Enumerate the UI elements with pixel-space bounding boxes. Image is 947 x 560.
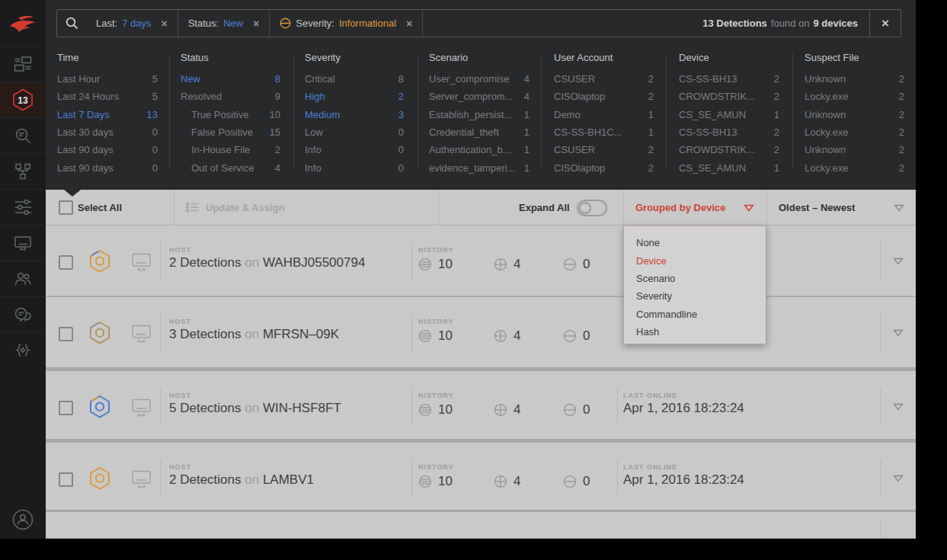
facet-item[interactable]: In-House File2 (181, 141, 280, 158)
sort-dropdown[interactable]: Oldest – Newest (779, 202, 855, 213)
expand-row-chevron-icon[interactable] (893, 475, 904, 482)
facet-item[interactable]: CS-SS-BH132 (679, 123, 779, 141)
facet-item[interactable]: Out of Service4 (181, 158, 280, 176)
facet-item[interactable]: Resolved9 (181, 88, 280, 105)
select-all-checkbox[interactable] (59, 200, 73, 215)
detection-group-row[interactable]: HOST 2 Detections on LAMBV1 HISTORY 10 4… (46, 443, 916, 510)
added-stat: 4 (494, 474, 520, 489)
toolbar-divider (766, 190, 767, 225)
update-assign-button[interactable]: Update & Assign (206, 202, 285, 213)
menu-item-hash[interactable]: Hash (624, 323, 766, 341)
removed-count: 0 (583, 474, 590, 489)
row-checkbox[interactable] (59, 472, 73, 487)
host-name: LAMBV1 (263, 472, 314, 487)
facet-item[interactable]: CS-SS-BH132 (679, 70, 779, 88)
facet-item-selected[interactable]: New8 (181, 70, 280, 88)
circle-list-icon (418, 403, 432, 417)
crowdstrike-logo[interactable] (0, 0, 46, 46)
host-monitor-icon (14, 235, 32, 251)
facet-item[interactable]: CS_SE_AMUN1 (679, 106, 779, 123)
menu-item-none[interactable]: None (624, 234, 766, 251)
sidebar-item-graph[interactable] (0, 153, 46, 189)
facet-item[interactable]: User_compromise4 (429, 70, 529, 88)
facet-item[interactable]: Last 90 days0 (57, 158, 158, 176)
facet-item[interactable]: CS_SE_AMUN1 (679, 158, 779, 176)
expand-row-chevron-icon[interactable] (893, 258, 904, 265)
facet-item[interactable]: Establish_persist...1 (429, 106, 529, 123)
row-checkbox[interactable] (59, 401, 73, 415)
facet-item-selected[interactable]: High2 (305, 88, 404, 105)
facet-item[interactable]: Demo1 (554, 106, 654, 123)
sidebar-item-dashboard[interactable] (0, 46, 46, 82)
facet-item[interactable]: True Positive10 (181, 106, 280, 123)
row-checkbox[interactable] (59, 255, 73, 270)
sidebar-item-detections[interactable]: 13 (0, 82, 46, 117)
remove-filter-icon[interactable]: × (162, 18, 168, 30)
detection-group-row[interactable]: HOST 2 Detections on WAHBJ05500794 HISTO… (46, 226, 916, 296)
detection-group-row[interactable]: HOST 3 Detections on MFRSN–09K HISTORY 1… (46, 297, 916, 367)
facet-item[interactable]: CS-SS-BH1C...1 (554, 123, 654, 141)
menu-item-severity[interactable]: Severity (624, 287, 766, 305)
filter-chip-time[interactable]: Last: 7 days × (86, 10, 178, 37)
detection-group-row-partial[interactable] (46, 512, 916, 538)
detection-count: 2 Detections (169, 255, 242, 270)
falcon-icon (8, 11, 37, 35)
menu-item-device-selected[interactable]: Device (624, 251, 766, 269)
row-checkbox[interactable] (59, 327, 73, 341)
facet-item[interactable]: Info0 (305, 158, 404, 176)
history-count: 10 (438, 328, 453, 344)
facet-item[interactable]: Last 24 Hours5 (57, 88, 158, 105)
facet-item[interactable]: evidence_tamperi...1 (429, 158, 529, 176)
facet-item[interactable]: Last Hour5 (57, 70, 158, 88)
filter-chip-severity[interactable]: Severity: Informational × (270, 10, 422, 37)
close-filter-button[interactable]: × (869, 10, 901, 37)
expand-row-chevron-icon[interactable] (893, 403, 904, 411)
facet-item[interactable]: CISOlaptop2 (554, 158, 654, 176)
toolbar-divider (623, 190, 624, 225)
facet-item[interactable]: Locky.exe2 (805, 123, 904, 141)
sidebar-item-hosts[interactable] (0, 225, 46, 261)
menu-item-commandline[interactable]: Commandline (624, 306, 766, 323)
remove-filter-icon[interactable]: × (253, 18, 259, 30)
facet-item[interactable]: Server_comprom...4 (429, 88, 529, 105)
facet-item[interactable]: Last 30 days0 (57, 123, 158, 141)
select-all-label: Select All (78, 202, 122, 213)
facet-item[interactable]: Unknown2 (805, 141, 904, 158)
facet-item[interactable]: Credential_theft1 (429, 123, 529, 141)
facet-item[interactable]: Low0 (305, 123, 404, 141)
filter-search-bar[interactable]: Last: 7 days × Status: New × Severity: I… (56, 9, 901, 37)
sidebar-item-users[interactable] (0, 261, 46, 296)
facet-item[interactable]: CROWDSTRIK...2 (679, 88, 779, 105)
facet-item[interactable]: CSUSER2 (554, 141, 654, 158)
expand-all-toggle[interactable] (577, 200, 607, 216)
sidebar-item-configuration[interactable] (0, 189, 46, 225)
facet-item[interactable]: CSUSER2 (554, 70, 654, 88)
menu-item-scenario[interactable]: Scenario (624, 270, 766, 287)
sidebar-item-api[interactable] (0, 332, 46, 368)
remove-filter-icon[interactable]: × (406, 18, 412, 30)
facet-item[interactable]: Last 90 days0 (57, 141, 158, 158)
facet-item[interactable]: Info0 (305, 141, 404, 158)
facet-item-label: Unknown (805, 144, 846, 155)
facet-item[interactable]: Critical8 (305, 70, 404, 88)
facet-item[interactable]: CROWDSTRIK...2 (679, 141, 779, 158)
sidebar-item-investigate[interactable] (0, 117, 46, 153)
chevron-down-icon[interactable] (744, 204, 754, 212)
facet-item[interactable]: Unknown2 (805, 70, 904, 88)
chevron-down-icon[interactable] (894, 204, 904, 212)
facet-item-selected[interactable]: Last 7 Days13 (57, 106, 158, 123)
facet-item[interactable]: Locky.exe2 (805, 88, 904, 105)
facet-item[interactable]: False Positive15 (181, 123, 280, 141)
facet-item[interactable]: CISOlaptop2 (554, 88, 654, 105)
sidebar-item-support[interactable] (0, 296, 46, 332)
filter-chip-status[interactable]: Status: New × (178, 10, 270, 37)
detection-group-row[interactable]: HOST 5 Detections on WIN-HSF8FT HISTORY … (46, 371, 916, 439)
facet-item[interactable]: Authentication_b...1 (429, 141, 529, 158)
group-by-dropdown[interactable]: Grouped by Device (635, 202, 725, 213)
row-divider (411, 314, 412, 352)
facet-item-selected[interactable]: Medium3 (305, 106, 404, 123)
expand-row-chevron-icon[interactable] (893, 329, 904, 337)
sidebar-item-profile[interactable] (0, 501, 46, 537)
facet-item[interactable]: Locky.exe2 (805, 158, 904, 176)
facet-item[interactable]: Unknown2 (805, 106, 904, 123)
